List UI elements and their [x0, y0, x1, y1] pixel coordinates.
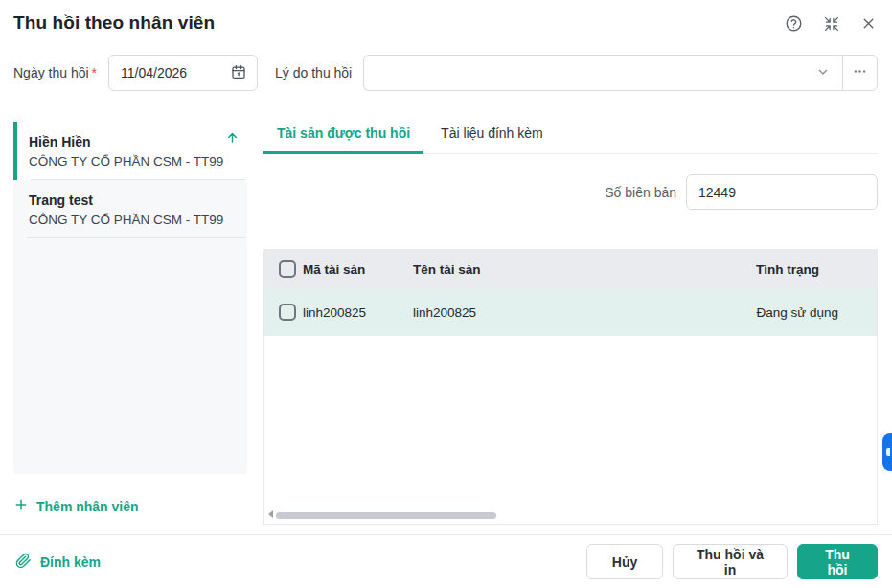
asset-status: Đang sử dụng: [652, 305, 877, 320]
calendar-icon[interactable]: [230, 63, 247, 83]
dialog-footer: Đính kèm Hủy Thu hồi và in Thu hồi: [0, 534, 892, 588]
column-header-name: Tên tài sản: [413, 262, 652, 277]
record-number-label: Số biên bản: [605, 185, 676, 200]
horizontal-scrollbar[interactable]: [276, 512, 496, 519]
chevron-down-icon: [815, 64, 831, 82]
floating-widget-button[interactable]: [882, 433, 892, 471]
tab-attached-documents[interactable]: Tài liệu đính kèm: [427, 122, 557, 153]
record-number-input[interactable]: [686, 174, 878, 210]
more-options-button[interactable]: [842, 55, 878, 91]
required-asterisk: *: [92, 65, 97, 80]
employee-item[interactable]: Hiền Hiền CÔNG TY CỔ PHẦN CSM - TT99: [13, 122, 247, 180]
page-title: Thu hồi theo nhân viên: [13, 12, 215, 34]
recall-date-field[interactable]: [108, 55, 258, 91]
recall-reason-label: Lý do thu hồi: [275, 65, 352, 80]
list-divider: [27, 237, 245, 238]
employee-sidebar: Hiền Hiền CÔNG TY CỔ PHẦN CSM - TT99 Tra…: [13, 122, 247, 525]
cancel-button[interactable]: Hủy: [586, 544, 663, 579]
assets-table: Mã tài sản Tên tài sản Tình trạng linh20…: [263, 249, 878, 525]
row-checkbox-cell: [264, 304, 303, 321]
table-header: Mã tài sản Tên tài sản Tình trạng: [264, 250, 877, 288]
select-all-checkbox[interactable]: [279, 260, 296, 278]
record-number-row: Số biên bản: [263, 174, 878, 210]
dialog-body: Hiền Hiền CÔNG TY CỔ PHẦN CSM - TT99 Tra…: [0, 122, 892, 525]
employee-list: Hiền Hiền CÔNG TY CỔ PHẦN CSM - TT99 Tra…: [13, 122, 247, 474]
help-icon[interactable]: [785, 14, 803, 33]
recall-by-employee-dialog: Thu hồi theo nhân viên: [0, 0, 892, 588]
header-checkbox-cell: [264, 260, 303, 278]
footer-buttons: Hủy Thu hồi và in Thu hồi: [586, 544, 878, 579]
asset-name: linh200825: [413, 305, 652, 320]
recall-button[interactable]: Thu hồi: [797, 544, 878, 579]
asset-code: linh200825: [303, 305, 413, 320]
column-header-status: Tình trạng: [652, 262, 877, 277]
ellipsis-icon: [852, 63, 868, 82]
scroll-left-arrow[interactable]: [268, 510, 273, 518]
tab-recalled-assets[interactable]: Tài sản được thu hồi: [263, 122, 423, 154]
add-employee-button[interactable]: Thêm nhân viên: [13, 497, 139, 515]
employee-name: Trang test: [29, 192, 234, 208]
add-employee-label: Thêm nhân viên: [36, 499, 139, 514]
employee-item[interactable]: Trang test CÔNG TY CỔ PHẦN CSM - TT99: [13, 180, 247, 238]
recall-date-input[interactable]: [121, 65, 230, 80]
recall-and-print-button[interactable]: Thu hồi và in: [673, 544, 788, 579]
employee-name: Hiền Hiền: [29, 134, 234, 149]
row-checkbox[interactable]: [279, 304, 296, 321]
collapse-icon[interactable]: [823, 15, 840, 33]
attach-button[interactable]: Đính kèm: [15, 553, 101, 572]
close-icon[interactable]: [860, 15, 877, 32]
tab-bar: Tài sản được thu hồi Tài liệu đính kèm: [263, 122, 878, 154]
recall-date-label: Ngày thu hồi*: [13, 65, 97, 80]
column-header-code: Mã tài sản: [303, 262, 413, 277]
arrow-up-icon[interactable]: [225, 130, 240, 147]
recall-reason-select[interactable]: [363, 55, 842, 91]
employee-company: CÔNG TY CỔ PHẦN CSM - TT99: [29, 154, 234, 169]
main-panel: Tài sản được thu hồi Tài liệu đính kèm S…: [263, 122, 878, 525]
employee-company: CÔNG TY CỔ PHẦN CSM - TT99: [29, 213, 234, 227]
header-actions: [785, 12, 877, 33]
paperclip-icon: [15, 553, 32, 572]
dialog-header: Thu hồi theo nhân viên: [0, 0, 892, 34]
recall-reason-group: [363, 55, 878, 91]
attach-label: Đính kèm: [40, 554, 101, 570]
table-row[interactable]: linh200825 linh200825 Đang sử dụng: [264, 288, 877, 336]
form-row: Ngày thu hồi* Lý do thu hồi: [0, 55, 892, 91]
plus-icon: [13, 497, 29, 515]
